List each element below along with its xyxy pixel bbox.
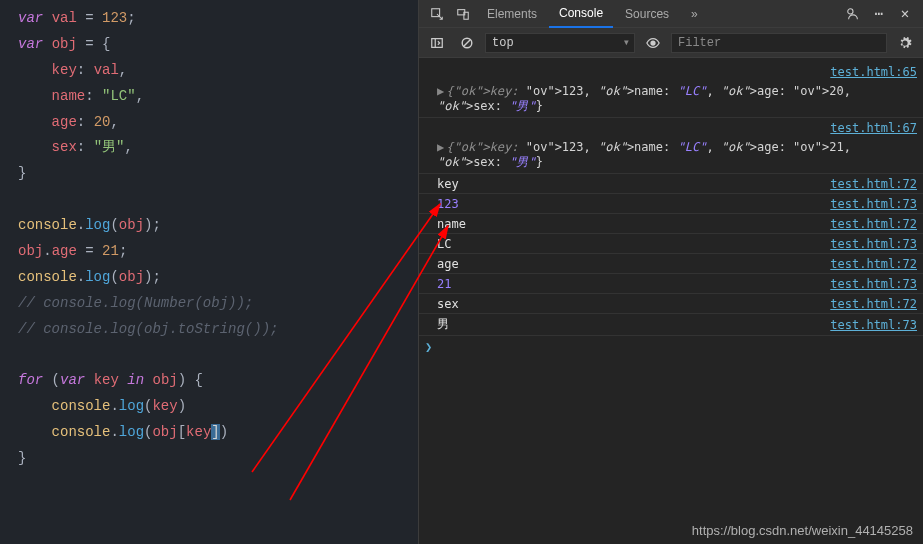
source-link[interactable]: test.html:72 (830, 257, 917, 271)
svg-rect-4 (432, 38, 443, 47)
code-line[interactable]: console.log(obj); (18, 213, 418, 239)
devtools-tabs: Elements Console Sources » ⋯ ✕ (419, 0, 923, 28)
tab-elements[interactable]: Elements (477, 0, 547, 28)
console-row[interactable]: 123test.html:73 (419, 194, 923, 214)
source-link[interactable]: test.html:72 (830, 177, 917, 191)
svg-line-7 (464, 39, 471, 46)
sidebar-toggle-icon[interactable] (425, 31, 449, 55)
devtools-panel: Elements Console Sources » ⋯ ✕ top Filte… (418, 0, 923, 544)
code-line[interactable]: console.log(obj); (18, 265, 418, 291)
warnings-icon[interactable] (841, 2, 865, 26)
code-line[interactable]: name: "LC", (18, 84, 418, 110)
tab-sources[interactable]: Sources (615, 0, 679, 28)
live-expression-icon[interactable] (641, 31, 665, 55)
inspect-icon[interactable] (425, 2, 449, 26)
console-row[interactable]: keytest.html:72 (419, 174, 923, 194)
code-line[interactable]: // console.log(obj.toString()); (18, 317, 418, 343)
log-value: age (437, 257, 822, 271)
settings-icon[interactable] (893, 31, 917, 55)
svg-point-8 (650, 40, 655, 45)
console-row[interactable]: ▶{"ok">key: "ov">123, "ok">name: "LC", "… (419, 82, 923, 118)
source-link[interactable]: test.html:73 (830, 197, 917, 211)
console-row[interactable]: sextest.html:72 (419, 294, 923, 314)
console-row[interactable]: nametest.html:72 (419, 214, 923, 234)
source-link[interactable]: test.html:73 (830, 277, 917, 291)
console-prompt[interactable]: ❯ (419, 336, 923, 358)
source-link[interactable]: test.html:67 (830, 121, 917, 135)
more-icon[interactable]: ⋯ (867, 2, 891, 26)
svg-point-3 (848, 8, 853, 13)
code-line[interactable]: // console.log(Number(obj)); (18, 291, 418, 317)
code-line[interactable]: key: val, (18, 58, 418, 84)
source-link[interactable]: test.html:72 (830, 217, 917, 231)
console-row[interactable]: 男test.html:73 (419, 314, 923, 336)
code-editor[interactable]: var val = 123;var obj = { key: val, name… (0, 0, 418, 544)
console-row[interactable]: test.html:67 (419, 118, 923, 138)
clear-console-icon[interactable] (455, 31, 479, 55)
expand-arrow-icon[interactable]: ▶ (437, 140, 444, 154)
code-line[interactable]: sex: "男", (18, 135, 418, 161)
device-icon[interactable] (451, 2, 475, 26)
code-line[interactable]: age: 20, (18, 110, 418, 136)
console-row[interactable]: agetest.html:72 (419, 254, 923, 274)
code-line[interactable]: obj.age = 21; (18, 239, 418, 265)
code-line[interactable]: } (18, 161, 418, 187)
source-link[interactable]: test.html:73 (830, 237, 917, 251)
context-value: top (492, 36, 514, 50)
code-line[interactable]: } (18, 446, 418, 472)
tab-console[interactable]: Console (549, 0, 613, 28)
filter-input[interactable]: Filter (671, 33, 887, 53)
code-line[interactable]: console.log(obj[key]) (18, 420, 418, 446)
log-value: 123 (437, 197, 822, 211)
code-line[interactable]: var obj = { (18, 32, 418, 58)
context-selector[interactable]: top (485, 33, 635, 53)
close-icon[interactable]: ✕ (893, 2, 917, 26)
source-link[interactable]: test.html:65 (830, 65, 917, 79)
console-row[interactable]: ▶{"ok">key: "ov">123, "ok">name: "LC", "… (419, 138, 923, 174)
code-line[interactable] (18, 187, 418, 213)
log-value: LC (437, 237, 822, 251)
log-value: 21 (437, 277, 822, 291)
filter-placeholder: Filter (678, 36, 721, 50)
log-value: 男 (437, 316, 822, 333)
log-value: sex (437, 297, 822, 311)
console-toolbar: top Filter (419, 28, 923, 58)
code-line[interactable]: console.log(key) (18, 394, 418, 420)
source-link[interactable]: test.html:72 (830, 297, 917, 311)
log-value: name (437, 217, 822, 231)
code-line[interactable] (18, 343, 418, 369)
expand-arrow-icon[interactable]: ▶ (437, 84, 444, 98)
source-link[interactable]: test.html:73 (830, 318, 917, 332)
code-line[interactable]: for (var key in obj) { (18, 368, 418, 394)
console-row[interactable]: test.html:65 (419, 62, 923, 82)
console-row[interactable]: LCtest.html:73 (419, 234, 923, 254)
log-value: key (437, 177, 822, 191)
console-row[interactable]: 21test.html:73 (419, 274, 923, 294)
code-line[interactable]: var val = 123; (18, 6, 418, 32)
tab-more[interactable]: » (681, 0, 708, 28)
console-output[interactable]: test.html:65▶{"ok">key: "ov">123, "ok">n… (419, 58, 923, 544)
